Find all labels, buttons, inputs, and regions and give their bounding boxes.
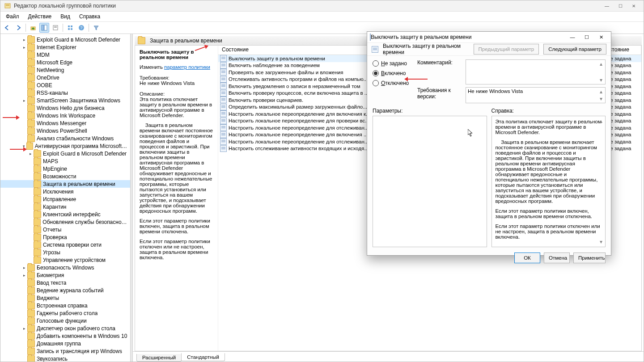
tree-item[interactable]: ▸Internet Explorer [0,43,130,51]
edit-policy-link[interactable]: параметр политики [164,64,210,70]
tree-item[interactable]: ▸Диспетчер окон рабочего стола [0,324,130,332]
tree-item[interactable]: Защита в реальном времени [0,180,130,188]
toolbar-showhide-tree-icon[interactable] [39,23,49,33]
minimize-button[interactable]: — [601,2,613,10]
tree-item[interactable]: OOBE [0,81,130,89]
tree-item[interactable]: Ведение журнала событий [0,286,130,294]
expander-icon[interactable]: ▸ [22,326,27,331]
menu-file[interactable]: Файл [2,13,23,21]
dialog-close-icon[interactable]: ✕ [594,32,608,42]
tree-item[interactable]: ▸Exploit Guard в Microsoft Defender [0,36,130,43]
tree-item[interactable]: Возможности [0,173,130,180]
tree-item[interactable]: Windows PowerShell [0,127,130,135]
tree-item[interactable]: Угрозы [0,248,130,256]
tree-item[interactable]: Гаджеты рабочего стола [0,309,130,317]
tree-pane[interactable]: ▸Exploit Guard в Microsoft Defender▸Inte… [0,34,130,362]
tree-item[interactable]: Проверка [0,233,130,241]
tree-item[interactable]: Исключения [0,188,130,195]
tree-item[interactable]: Обновления службы безопасности [0,218,130,226]
dialog-titlebar[interactable]: Выключить защиту в реальном времени — ☐ … [367,32,611,43]
tree-item[interactable]: MpEngine [0,165,130,173]
expander-icon[interactable]: ▸ [22,98,27,103]
tree-label: Exploit Guard в Microsoft Defender [37,37,120,43]
expander-icon[interactable]: ▸ [22,265,27,270]
tree-item[interactable]: Windows Messenger [0,119,130,127]
menu-action[interactable]: Действие [25,13,55,21]
dialog-minimize-icon[interactable]: — [565,32,580,42]
tree-item[interactable]: RSS-каналы [0,89,130,97]
tree-item[interactable]: ▸Безопасность Windows [0,264,130,271]
cancel-button[interactable]: Отмена [544,253,570,263]
tab-extended[interactable]: Расширенный [136,354,182,362]
tree-item[interactable]: ▸Exploit Guard в Microsoft Defender [0,150,130,157]
tree-item[interactable]: NetMeeting [0,66,130,74]
folder-icon [34,196,41,203]
menu-view[interactable]: Вид [57,13,74,21]
detail-setting-title: Выключить защиту в реальном времени [140,49,213,60]
comment-textarea[interactable]: ▴▾ [466,59,606,84]
toolbar-up-icon[interactable] [28,23,38,33]
tree-item[interactable]: Анализ стабильности Windows [0,135,130,142]
apply-button[interactable]: Применить [573,253,606,263]
expander-icon[interactable]: ▸ [28,152,33,156]
tree-item[interactable]: Исправление [0,195,130,203]
tab-standard[interactable]: Стандартный [181,353,225,361]
setting-icon [220,138,227,145]
policy-icon [372,46,378,53]
toolbar-prop-icon[interactable] [51,23,60,33]
tree-item[interactable]: Отчеты [0,226,130,233]
tree-label: Безопасность Windows [37,265,94,271]
radio-disabled[interactable]: Отключено [373,80,417,86]
tree-item[interactable]: Microsoft Edge [0,59,130,66]
setting-state: Не задана [606,63,641,68]
tree-item[interactable]: Карантин [0,203,130,210]
radio-not-configured[interactable]: Не задано [373,60,417,67]
expander-icon[interactable]: ▸ [22,45,27,50]
setting-icon [220,62,227,69]
maximize-button[interactable]: ☐ [614,2,627,10]
tree-item[interactable]: Клиентский интерфейс [0,210,130,218]
tree-item[interactable]: Ввод текста [0,279,130,286]
svg-rect-1 [6,4,9,5]
tree-item[interactable]: Система проверки сети [0,241,130,248]
tree-item[interactable]: Запись и трансляция игр Windows [0,347,130,355]
annotation-arrow [10,149,26,150]
next-setting-button[interactable]: Следующий параметр [543,44,606,55]
tree-item[interactable]: Домашняя группа [0,340,130,347]
setting-name: Выключить защиту в реальном времени [229,56,325,61]
dialog-maximize-icon[interactable]: ☐ [580,32,594,42]
tree-item[interactable]: Windows Hello для бизнеса [0,104,130,112]
tree-item[interactable]: MDM [0,51,130,59]
prev-setting-button[interactable]: Предыдущий параметр [474,44,539,55]
toolbar-forward-icon[interactable] [13,23,23,33]
options-box[interactable] [373,116,487,247]
toolbar-refresh-icon[interactable] [65,23,75,33]
svg-text:?: ? [80,25,82,30]
tree-item[interactable]: Встроенная справка [0,302,130,309]
tree-item[interactable]: Виджеты [0,294,130,302]
menubar: Файл Действие Вид Справка [0,12,644,22]
tree-item[interactable]: ▸Биометрия [0,271,130,279]
tree-label: Internet Explorer [37,44,76,51]
toolbar-back-icon[interactable] [2,23,12,33]
tree-item[interactable]: Голосовые функции [0,317,130,324]
close-button[interactable]: ✕ [627,2,640,10]
expander-icon[interactable]: ▸ [22,38,27,42]
radio-enabled[interactable]: Включено [373,70,417,76]
tree-item[interactable]: Управление устройством [0,256,130,264]
tree-item[interactable]: ▸SmartScreen Защитника Windows [0,97,130,104]
menu-help[interactable]: Справка [76,13,104,21]
tree-item[interactable]: Звукозапись [0,355,130,362]
svg-rect-5 [44,25,47,30]
tree-item[interactable]: Добавить компоненты в Windows 10 [0,332,130,340]
toolbar-help-icon[interactable]: ? [76,23,86,33]
folder-icon [27,112,35,119]
expander-icon[interactable]: ▸ [22,273,27,278]
setting-name: Включить уведомления о записи в неразмеч… [229,84,360,89]
folder-icon [27,105,35,112]
folder-icon [27,310,35,317]
toolbar-filter-icon[interactable] [91,23,101,33]
tree-item[interactable]: MAPS [0,157,130,165]
ok-button[interactable]: ОК [514,253,540,263]
tree-item[interactable]: OneDrive [0,74,130,81]
